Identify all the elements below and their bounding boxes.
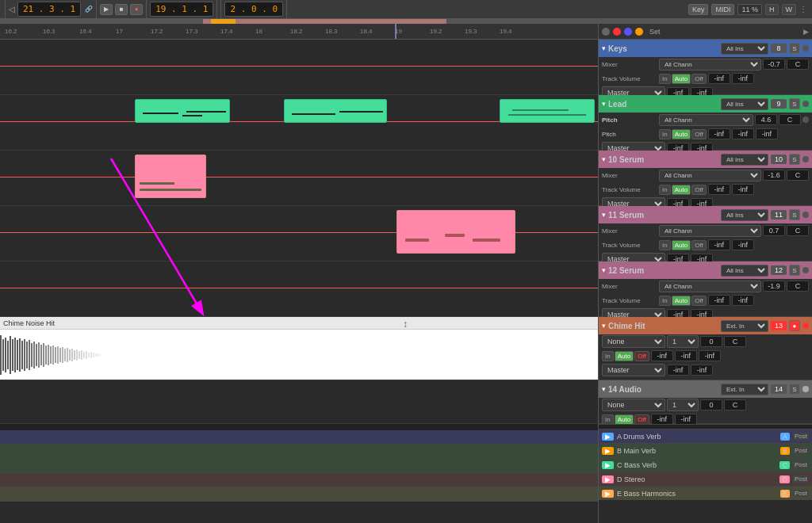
track-collapse-serum12[interactable]: ▾ — [602, 266, 606, 274]
stop-button[interactable]: ■ — [115, 4, 128, 15]
return-track-c[interactable]: ▶ C Bass Verb C Post — [599, 457, 812, 471]
track-collapse-keys[interactable]: ▾ — [602, 44, 606, 52]
track-input-keys[interactable]: All Ins — [721, 43, 768, 55]
mixer-ch-serum12[interactable]: All Chann — [659, 281, 761, 292]
off-btn-serum10[interactable]: Off — [691, 185, 707, 195]
auto-btn-serum11[interactable]: Auto — [672, 240, 691, 250]
track-s-serum12[interactable]: S — [789, 265, 800, 276]
set-dot-red[interactable] — [613, 28, 621, 36]
auto-btn-chime[interactable]: Auto — [615, 351, 634, 361]
track-collapse-audio14[interactable]: ▾ — [602, 385, 606, 393]
none-sel-audio14[interactable]: None — [602, 399, 665, 411]
return-track-d[interactable]: ▶ D Stereo D Post — [599, 471, 812, 486]
in-btn-serum12[interactable]: In — [659, 296, 671, 306]
clip-serum10-1[interactable] — [135, 155, 206, 198]
chan-sel-chime[interactable]: 1 — [667, 335, 699, 348]
hw-button[interactable]: H — [765, 4, 779, 15]
midi-button[interactable]: MIDI — [711, 4, 734, 15]
toolbar-right: Key MIDI 11 % H W ⋮ — [688, 4, 807, 15]
off-btn-keys[interactable]: Off — [691, 74, 707, 84]
clip-lead-2[interactable] — [284, 99, 387, 123]
track-collapse-chime[interactable]: ▾ — [602, 322, 606, 330]
key-button[interactable]: Key — [688, 4, 709, 15]
track-s-audio14[interactable]: S — [789, 384, 800, 395]
rt-play-a[interactable]: ▶ — [602, 433, 614, 441]
timecode-display[interactable]: 19 . 1 . 1 — [150, 2, 213, 17]
in-btn-lead[interactable]: In — [659, 129, 671, 139]
track-lane-serum10[interactable] — [0, 151, 598, 206]
position-display[interactable]: 21 . 3 . 1 — [17, 2, 81, 17]
in-btn-chime[interactable]: In — [602, 351, 614, 361]
return-lane-c[interactable] — [0, 459, 598, 473]
auto-btn-serum12[interactable]: Auto — [672, 296, 691, 306]
set-dot-orange[interactable] — [635, 28, 643, 36]
tracks-lanes[interactable]: Chime Noise Hit ↕ — [0, 40, 598, 523]
playhead — [395, 24, 396, 39]
return-lane-d[interactable] — [0, 473, 598, 487]
svg-rect-24 — [38, 342, 40, 368]
return-lane-a[interactable] — [0, 430, 598, 445]
return-track-b[interactable]: ▶ B Main Verb B Post — [599, 443, 812, 457]
track-s-lead[interactable]: S — [789, 98, 800, 109]
track-input-lead[interactable]: All Ins — [721, 98, 768, 110]
track-input-serum12[interactable]: All Ins — [721, 265, 768, 277]
track-collapse-serum11[interactable]: ▾ — [602, 211, 606, 219]
track-lane-keys[interactable] — [0, 40, 598, 95]
master-sel-chime[interactable]: Master — [602, 364, 665, 376]
rt-play-b[interactable]: ▶ — [602, 447, 614, 455]
pitch-channel-lead[interactable]: All Chann — [659, 114, 753, 126]
w-button[interactable]: W — [782, 4, 797, 15]
track-input-chime[interactable]: Ext. In — [721, 320, 768, 332]
auto-btn-serum10[interactable]: Auto — [672, 185, 691, 195]
play-button[interactable]: ▶ — [100, 4, 113, 15]
track-lane-chime[interactable]: Chime Noise Hit ↕ — [0, 317, 598, 380]
track-collapse-lead[interactable]: ▾ — [602, 100, 606, 108]
mixer-channel-keys[interactable]: All Chann — [659, 59, 761, 71]
rt-play-d[interactable]: ▶ — [602, 475, 614, 483]
return-track-a[interactable]: ▶ A Drums Verb A Post — [599, 429, 812, 443]
track-s-serum10[interactable]: S — [789, 154, 800, 165]
return-lane-e[interactable] — [0, 487, 598, 502]
return-lane-b[interactable] — [0, 445, 598, 459]
auto-btn-keys[interactable]: Auto — [672, 74, 691, 84]
track-lane-serum11[interactable] — [0, 206, 598, 262]
in-btn-keys[interactable]: In — [659, 74, 671, 84]
auto-btn-audio14[interactable]: Auto — [615, 414, 634, 425]
mixer-pan-serum11: C — [787, 225, 809, 236]
track-collapse-serum10[interactable]: ▾ — [602, 155, 606, 163]
tempo-display[interactable]: 2 . 0 . 0 — [224, 2, 283, 17]
rt-play-e[interactable]: ▶ — [602, 490, 614, 498]
timeline-ruler[interactable]: 16.2 16.3 16.4 17 17.2 17.3 17.4 18 18.2… — [0, 24, 598, 40]
mixer-ch-serum10[interactable]: All Chann — [659, 170, 761, 181]
in-btn-serum11[interactable]: In — [659, 240, 671, 250]
in-btn-serum10[interactable]: In — [659, 185, 671, 195]
rt-play-c[interactable]: ▶ — [602, 461, 614, 469]
record-button[interactable]: ● — [130, 4, 143, 15]
off-btn-chime[interactable]: Off — [634, 351, 649, 361]
off-btn-audio14[interactable]: Off — [634, 414, 649, 425]
track-input-serum10[interactable]: All Ins — [721, 154, 768, 166]
set-dot-blue[interactable] — [624, 28, 632, 36]
none-sel-chime[interactable]: None — [602, 335, 665, 348]
off-btn-serum12[interactable]: Off — [691, 296, 707, 306]
return-track-e[interactable]: ▶ E Bass Harmonics E Post — [599, 486, 812, 500]
track-lane-lead[interactable] — [0, 95, 598, 151]
track-lane-serum12[interactable] — [0, 262, 598, 317]
track-rec-chime[interactable]: ● — [789, 320, 800, 331]
track-input-serum11[interactable]: All Ins — [721, 209, 768, 221]
set-dot-gray[interactable] — [602, 28, 610, 36]
off-btn-lead[interactable]: Off — [691, 129, 707, 139]
mixer-ch-serum11[interactable]: All Chann — [659, 225, 761, 237]
off-btn-serum11[interactable]: Off — [691, 240, 707, 250]
clip-serum11-1[interactable] — [396, 210, 515, 254]
track-input-audio14[interactable]: Ext. In — [721, 384, 768, 395]
track-lane-audio14[interactable] — [0, 380, 598, 424]
track-s-keys[interactable]: S — [789, 43, 800, 54]
clip-lead-1[interactable] — [135, 99, 230, 123]
in-btn-audio14[interactable]: In — [602, 414, 614, 425]
auto-btn-lead[interactable]: Auto — [672, 129, 691, 139]
track-s-serum11[interactable]: S — [789, 209, 800, 220]
panel-resize[interactable]: ⋮ — [799, 5, 807, 13]
clip-lead-3[interactable] — [500, 99, 595, 123]
chan-sel-audio14[interactable]: 1 — [667, 399, 699, 411]
